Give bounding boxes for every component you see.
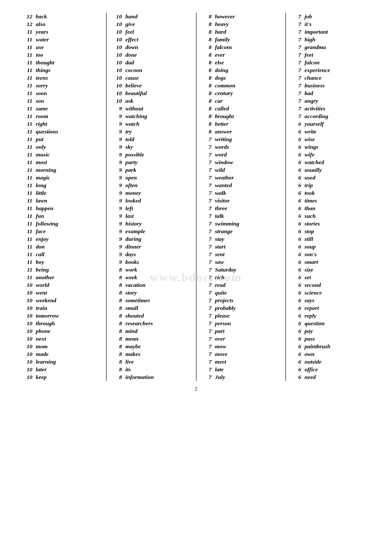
word-row: 7please bbox=[200, 312, 282, 320]
word-frequency: 10 bbox=[110, 59, 122, 66]
word-row: 8sometimes bbox=[110, 297, 192, 304]
word-row: 6write bbox=[289, 128, 372, 136]
word-frequency: 9 bbox=[110, 105, 122, 112]
word-frequency: 8 bbox=[110, 374, 122, 381]
word-label: word bbox=[215, 151, 227, 158]
word-row: 6second bbox=[289, 281, 372, 289]
word-row: 6office bbox=[289, 366, 372, 373]
word-row: 9books bbox=[110, 258, 192, 266]
word-label: son bbox=[36, 98, 44, 104]
word-label: doing bbox=[215, 67, 229, 74]
word-label: phone bbox=[36, 328, 51, 335]
word-row: 9party bbox=[110, 159, 192, 166]
word-label: stay bbox=[215, 236, 225, 243]
word-frequency: 8 bbox=[200, 44, 212, 51]
word-label: party bbox=[125, 159, 138, 166]
word-frequency: 7 bbox=[289, 105, 301, 112]
word-row: 10world bbox=[20, 281, 103, 289]
word-label: teens bbox=[36, 75, 48, 81]
word-label: money bbox=[125, 190, 141, 197]
word-frequency: 8 bbox=[110, 289, 122, 296]
word-frequency: 7 bbox=[289, 21, 301, 28]
word-label: according bbox=[305, 113, 329, 120]
word-row: 7projects bbox=[200, 297, 282, 304]
word-row: 9left bbox=[110, 205, 192, 212]
word-row: 7words bbox=[200, 143, 282, 151]
word-label: thought bbox=[36, 59, 55, 66]
word-label: following bbox=[36, 220, 58, 227]
word-frequency: 11 bbox=[20, 144, 32, 150]
word-label: being bbox=[36, 266, 49, 273]
word-frequency: 7 bbox=[200, 358, 212, 365]
word-row: 9open bbox=[110, 174, 192, 182]
word-frequency: 7 bbox=[200, 213, 212, 220]
word-row: 6still bbox=[289, 235, 372, 243]
word-label: tomorrow bbox=[36, 312, 59, 319]
word-label: late bbox=[215, 366, 224, 373]
word-frequency: 7 bbox=[200, 236, 212, 243]
word-frequency: 7 bbox=[200, 282, 212, 289]
word-frequency: 8 bbox=[200, 90, 212, 97]
word-row: 9possible bbox=[110, 151, 192, 159]
word-frequency: 6 bbox=[289, 351, 301, 358]
word-row: 8mean bbox=[110, 335, 192, 343]
word-frequency: 10 bbox=[20, 289, 32, 296]
word-label: ever bbox=[215, 52, 225, 58]
word-row: 10phone bbox=[20, 327, 103, 335]
word-label: falcons bbox=[215, 44, 233, 51]
word-label: magic bbox=[36, 174, 50, 181]
word-label: too bbox=[36, 52, 43, 58]
word-frequency: 11 bbox=[20, 213, 32, 220]
word-label: enjoy bbox=[36, 236, 49, 243]
word-row: 7angry bbox=[289, 97, 372, 105]
word-label: back bbox=[36, 13, 47, 20]
word-frequency: 9 bbox=[110, 159, 122, 166]
word-frequency: 7 bbox=[200, 174, 212, 181]
word-row: 11right bbox=[20, 120, 103, 128]
word-label: took bbox=[305, 190, 315, 197]
word-row: 8called bbox=[200, 105, 282, 113]
word-label: second bbox=[305, 282, 321, 289]
word-row: 8makes bbox=[110, 350, 192, 358]
word-row: 7stay bbox=[200, 235, 282, 243]
word-frequency: 10 bbox=[110, 44, 122, 51]
word-frequency: 6 bbox=[289, 259, 301, 266]
word-row: 8small bbox=[110, 304, 192, 312]
word-label: says bbox=[305, 297, 314, 304]
word-row: 8information bbox=[110, 373, 192, 381]
word-label: boy bbox=[36, 259, 44, 266]
word-label: better bbox=[215, 121, 229, 127]
word-label: face bbox=[36, 228, 46, 235]
word-label: stories bbox=[305, 220, 320, 227]
word-label: hand bbox=[125, 13, 138, 20]
word-frequency: 6 bbox=[289, 220, 301, 227]
word-frequency: 12 bbox=[20, 13, 32, 20]
word-frequency: 7 bbox=[200, 182, 212, 189]
word-label: stop bbox=[305, 228, 314, 235]
word-label: answer bbox=[215, 128, 232, 135]
word-label: paintbrush bbox=[305, 343, 331, 350]
word-frequency: 8 bbox=[200, 29, 212, 35]
word-label: window bbox=[215, 159, 233, 166]
word-row: 9without bbox=[110, 105, 192, 113]
word-frequency: 10 bbox=[20, 282, 32, 289]
word-label: told bbox=[125, 136, 134, 143]
word-row: 8researchers bbox=[110, 320, 192, 327]
word-label: bad bbox=[305, 90, 313, 97]
word-row: 7word bbox=[200, 151, 282, 159]
word-label: weekend bbox=[36, 297, 56, 304]
word-row: 7window bbox=[200, 159, 282, 166]
word-label: job bbox=[305, 13, 312, 20]
word-row: 8however bbox=[200, 13, 282, 20]
word-row: 7read bbox=[200, 281, 282, 289]
word-frequency: 6 bbox=[289, 197, 301, 204]
word-row: 10give bbox=[110, 20, 192, 28]
word-frequency: 7 bbox=[200, 297, 212, 304]
columns-container: 12back12also11years11water11use11too11th… bbox=[17, 13, 375, 381]
word-frequency: 7 bbox=[200, 251, 212, 258]
word-row: 11sorry bbox=[20, 82, 103, 90]
word-label: Saturday bbox=[215, 266, 236, 273]
word-label: sky bbox=[125, 144, 133, 150]
word-frequency: 7 bbox=[200, 243, 212, 250]
word-frequency: 7 bbox=[289, 75, 301, 81]
